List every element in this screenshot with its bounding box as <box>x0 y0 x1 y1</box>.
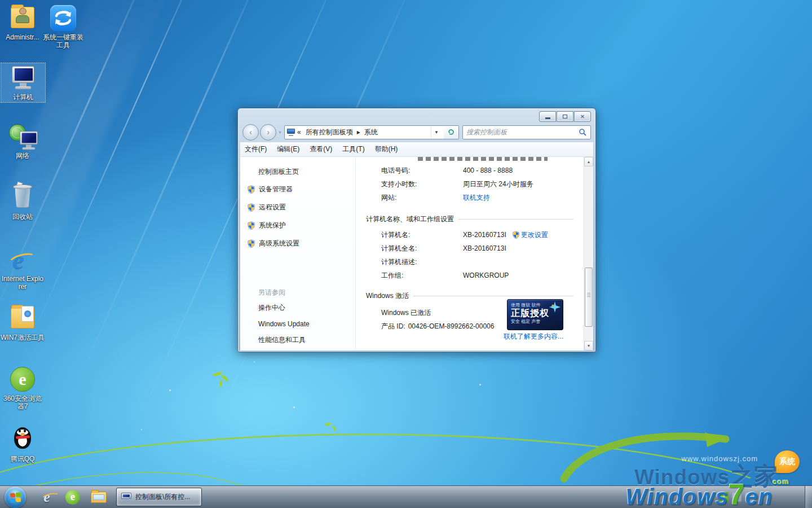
show-desktop-button[interactable] <box>805 486 812 508</box>
navigation-bar: ‹ › ▼ « 所有控制面板项 ▶ 系统 ▼ <box>238 122 595 142</box>
learn-more-online-link[interactable]: 联机了解更多内容... <box>504 332 563 341</box>
desktop-icon-recycle-bin[interactable]: 回收站 <box>1 184 45 221</box>
menu-tools[interactable]: 工具(T) <box>342 144 364 154</box>
sidebar-item-control-panel-home[interactable]: 控制面板主页 <box>240 167 355 177</box>
light-streak <box>29 0 204 343</box>
field-label-computer-name: 计算机名: <box>381 230 463 240</box>
security-status-tray-icon[interactable]: ✓ <box>719 492 729 502</box>
field-label-computer-description: 计算机描述: <box>381 257 463 267</box>
sidebar-item-system-protection[interactable]: 系统保护 <box>240 220 355 231</box>
control-panel-sidebar: 控制面板主页 设备管理器 远程设置 <box>240 157 356 351</box>
forward-button[interactable]: › <box>260 124 276 141</box>
back-button[interactable]: ‹ <box>242 124 259 141</box>
desktop-icon-reinstall-tool[interactable]: 系统一键重装工具 <box>41 5 85 49</box>
tencent-qq-icon <box>9 426 36 453</box>
network-tray-icon[interactable] <box>732 492 742 502</box>
desktop-icon-360-browser[interactable]: e 360安全浏览器7 <box>1 366 45 410</box>
desktop-icon-label: 计算机 <box>1 93 45 101</box>
field-value-workgroup: WORKGROUP <box>463 271 509 279</box>
system-info-content: 电话号码: 400 - 888 - 8888 支持小时数: 周日至周六 24小时… <box>356 157 584 351</box>
internet-explorer-icon: e <box>9 246 36 273</box>
vertical-scrollbar[interactable]: ▲ ▼ <box>584 157 593 351</box>
folder-icon <box>91 492 107 503</box>
sidebar-item-advanced-system-settings[interactable]: 高级系统设置 <box>240 238 355 249</box>
change-settings-link[interactable]: 更改设置 <box>521 230 548 240</box>
field-label-phone: 电话号码: <box>381 166 463 176</box>
address-dropdown-icon[interactable]: ▼ <box>431 126 442 139</box>
administrator-folder-icon <box>9 5 36 32</box>
scrollbar-track[interactable] <box>584 167 593 341</box>
search-input[interactable] <box>463 128 579 136</box>
search-icon[interactable] <box>579 128 587 137</box>
field-label-workgroup: 工作组: <box>381 271 463 281</box>
network-icon <box>9 123 36 150</box>
address-bar[interactable]: « 所有控制面板项 ▶ 系统 ▼ <box>284 125 444 139</box>
desktop-icon-label: 腾讯QQ <box>1 455 45 463</box>
sidebar-item-remote-settings[interactable]: 远程设置 <box>240 202 355 213</box>
close-button[interactable]: ✕ <box>574 111 591 122</box>
system-window-icon: ✓ <box>121 493 131 502</box>
sidebar-item-label: 高级系统设置 <box>259 239 299 248</box>
desktop-icon-internet-explorer[interactable]: e Internet Explorer <box>1 246 45 291</box>
field-value-support-hours: 周日至周六 24小时服务 <box>463 179 533 189</box>
360-browser-icon: e <box>65 490 80 505</box>
breadcrumb-all-control-panel-items[interactable]: 所有控制面板项 <box>306 128 353 137</box>
scroll-up-arrow[interactable]: ▲ <box>584 157 593 167</box>
taskbar-360-browser[interactable]: e <box>61 488 84 507</box>
breadcrumb-system[interactable]: 系统 <box>364 128 378 137</box>
desktop-icon-network[interactable]: 网络 <box>1 123 45 160</box>
internet-explorer-icon: e <box>43 489 50 506</box>
desktop-icon-administrator[interactable]: Administr... <box>1 5 45 41</box>
taskbar-internet-explorer[interactable]: e <box>36 488 58 507</box>
system-page-icon <box>287 129 295 136</box>
refresh-icon <box>447 128 455 136</box>
uac-shield-icon <box>247 203 255 212</box>
clipped-scrolled-text <box>418 157 548 161</box>
breadcrumb-overflow-chevron[interactable]: « <box>297 128 301 136</box>
product-id-value: 00426-OEM-8992662-00006 <box>408 322 495 330</box>
section-title-windows-activation: Windows 激活 <box>366 291 409 301</box>
sidebar-item-performance-tools[interactable]: 性能信息和工具 <box>240 335 355 345</box>
desktop-icon-label: 系统一键重装工具 <box>41 33 85 49</box>
search-box[interactable] <box>462 125 591 139</box>
refresh-button[interactable] <box>444 125 459 139</box>
section-divider <box>413 296 573 296</box>
sidebar-item-action-center[interactable]: 操作中心 <box>240 303 355 313</box>
menu-help[interactable]: 帮助(H) <box>375 144 398 154</box>
show-hidden-icons-button[interactable]: ▲ <box>706 492 717 502</box>
window-titlebar[interactable]: ✕ <box>238 108 595 122</box>
see-also-header: 另请参阅 <box>240 288 355 297</box>
minimize-button[interactable] <box>539 111 556 122</box>
system-control-panel-window: ✕ ‹ › ▼ « 所有控制面板项 ▶ 系统 ▼ <box>237 108 596 352</box>
taskbar-button-control-panel[interactable]: ✓ 控制面板\所有控... <box>116 488 202 506</box>
clock-area[interactable] <box>756 486 805 508</box>
sidebar-item-label: 设备管理器 <box>259 185 293 194</box>
sidebar-item-device-manager[interactable]: 设备管理器 <box>240 183 355 195</box>
sidebar-item-label: 远程设置 <box>259 203 286 212</box>
desktop-icon-computer[interactable]: 计算机 <box>1 63 45 102</box>
taskbar-file-explorer[interactable] <box>87 488 110 507</box>
sidebar-item-windows-update[interactable]: Windows Update <box>240 320 355 328</box>
menu-view[interactable]: 查看(V) <box>310 144 332 154</box>
reinstall-tool-icon <box>50 5 77 32</box>
scroll-down-arrow[interactable]: ▼ <box>584 341 593 351</box>
menu-edit[interactable]: 编辑(E) <box>277 144 299 154</box>
recycle-bin-icon <box>9 184 36 211</box>
desktop-icon-label: 网络 <box>1 152 45 160</box>
uac-shield-icon <box>247 185 255 194</box>
desktop-icon-tencent-qq[interactable]: 腾讯QQ <box>1 426 45 463</box>
light-streak <box>0 0 156 343</box>
volume-tray-icon[interactable] <box>745 492 754 502</box>
genuine-microsoft-badge[interactable]: 使用 微软 软件 正版授权 安全 稳定 声誉 <box>507 299 563 330</box>
online-support-link[interactable]: 联机支持 <box>463 193 490 203</box>
field-value-full-computer-name: XB-20160713I <box>463 244 506 252</box>
desktop-icon-win7-activator[interactable]: WIN7激活工具 <box>1 305 45 341</box>
recent-pages-dropdown-icon[interactable]: ▼ <box>278 130 282 134</box>
change-settings-action[interactable]: 更改设置 <box>512 230 548 240</box>
system-tray: ▲ ✓ <box>706 486 812 508</box>
maximize-button[interactable] <box>557 111 573 122</box>
field-label-full-computer-name: 计算机全名: <box>381 244 463 253</box>
menu-file[interactable]: 文件(F) <box>245 144 267 154</box>
scrollbar-thumb[interactable] <box>585 268 593 327</box>
start-button[interactable] <box>5 487 26 508</box>
